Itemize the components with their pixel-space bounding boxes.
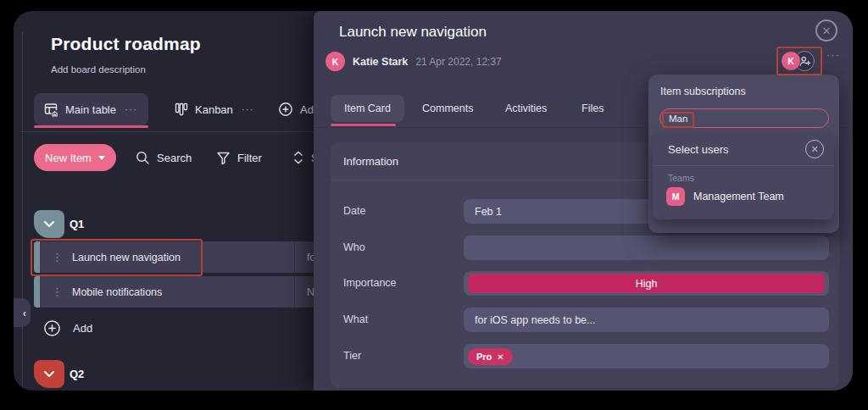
- new-item-button[interactable]: New Item: [34, 144, 116, 171]
- information-section-title: Information: [343, 155, 398, 168]
- search-icon: [136, 151, 150, 165]
- item-name[interactable]: Mobile notifications: [72, 286, 294, 298]
- item-detail-panel: Launch new navigation K Katie Stark 21 A…: [314, 11, 853, 391]
- left-rail-divider: [22, 32, 23, 386]
- tab-activities[interactable]: Activities: [492, 95, 560, 122]
- plus-circle-icon: [278, 102, 293, 117]
- active-tab-underline: [331, 124, 396, 126]
- group-color-strip: [34, 241, 40, 273]
- tabs-divider: [20, 131, 314, 132]
- team-name: Management Team: [693, 191, 784, 202]
- field-label: Who: [343, 241, 365, 253]
- filter-icon: [216, 151, 231, 165]
- tab-label: Files: [581, 102, 604, 114]
- drag-handle-icon[interactable]: ⋮: [52, 285, 60, 298]
- kanban-icon: [175, 102, 188, 116]
- avatar[interactable]: K: [326, 52, 345, 71]
- created-timestamp: 21 Apr 2022, 12:37: [415, 56, 501, 68]
- column-divider: [294, 241, 295, 273]
- drag-handle-icon[interactable]: ⋮: [52, 251, 60, 263]
- select-users-subpanel: Select users ✕ Teams M Management Team: [653, 134, 834, 219]
- subscriptions-search-input[interactable]: [659, 108, 829, 128]
- dropdown-title: Item subscriptions: [660, 86, 746, 97]
- close-icon: ✕: [822, 25, 832, 37]
- collapse-sidebar-button[interactable]: ‹: [14, 298, 31, 327]
- filter-label: Filter: [237, 152, 262, 164]
- add-item-button[interactable]: Add: [43, 319, 92, 337]
- app-window: Product roadmap Add board description Ma…: [14, 11, 853, 391]
- field-row-tier: Tier Pro ✕: [331, 344, 839, 368]
- teams-group-label: Teams: [668, 173, 694, 183]
- field-label: What: [343, 313, 368, 325]
- chevron-down-icon[interactable]: [98, 156, 105, 160]
- view-tab-menu-icon[interactable]: ···: [242, 103, 254, 115]
- group-q1-collapse-button[interactable]: [34, 210, 64, 238]
- view-tab-kanban[interactable]: Kanban ···: [164, 93, 264, 125]
- field-row-what: What for iOS app needs to be...: [331, 308, 839, 332]
- group-q1-name[interactable]: Q1: [70, 218, 84, 230]
- item-subscriptions-dropdown: Item subscriptions Select users ✕ Teams …: [648, 75, 839, 233]
- search-button[interactable]: Search: [136, 147, 192, 169]
- view-tab-label: Main table: [65, 103, 116, 116]
- select-users-header: Select users: [668, 143, 729, 156]
- item-row-mobile-notifications[interactable]: ⋮ Mobile notifications Noti: [34, 276, 331, 308]
- item-name[interactable]: Launch new navigation: [72, 252, 294, 263]
- item-title: Launch new navigation: [339, 24, 487, 41]
- view-tab-label: Kanban: [195, 103, 233, 116]
- remove-tag-icon[interactable]: ✕: [497, 352, 504, 362]
- close-icon: ✕: [810, 144, 818, 155]
- table-icon: [44, 102, 58, 117]
- item-row-launch-new-navigation[interactable]: ⋮ Launch new navigation for i: [34, 241, 331, 273]
- tab-label: Comments: [422, 102, 473, 114]
- author-name: Katie Stark: [353, 56, 408, 68]
- what-value: for iOS app needs to be...: [475, 314, 595, 326]
- field-label: Importance: [343, 277, 397, 289]
- new-item-label: New Item: [45, 152, 92, 164]
- importance-status-high[interactable]: High: [468, 274, 825, 293]
- subscribers-group[interactable]: K: [781, 50, 818, 72]
- active-view-underline: [34, 125, 148, 128]
- board-title: Product roadmap: [51, 34, 201, 54]
- status-label: High: [636, 278, 658, 290]
- board-description[interactable]: Add board description: [51, 64, 146, 75]
- subpanel-divider: [653, 165, 834, 166]
- tab-label: Activities: [505, 102, 547, 114]
- tab-comments[interactable]: Comments: [409, 95, 487, 122]
- field-label: Date: [343, 205, 365, 217]
- group-q2-name[interactable]: Q2: [70, 368, 84, 380]
- view-tab-main-table[interactable]: Main table ···: [34, 93, 148, 125]
- search-label: Search: [157, 152, 192, 164]
- team-option-management[interactable]: M Management Team: [666, 187, 784, 206]
- what-field[interactable]: for iOS app needs to be...: [464, 308, 829, 332]
- add-item-label: Add: [73, 322, 92, 335]
- chevron-down-icon: [43, 220, 55, 228]
- tab-files[interactable]: Files: [568, 95, 617, 122]
- column-divider: [294, 276, 295, 308]
- tab-label: Item Card: [344, 102, 391, 114]
- close-panel-button[interactable]: ✕: [815, 19, 837, 42]
- group-q2-collapse-button[interactable]: [34, 360, 64, 388]
- screenshot-stage: Product roadmap Add board description Ma…: [0, 0, 868, 410]
- view-tab-menu-icon[interactable]: ···: [125, 103, 137, 115]
- item-author: K Katie Stark 21 Apr 2022, 12:37: [326, 52, 502, 71]
- tab-item-card[interactable]: Item Card: [331, 95, 404, 122]
- field-label: Tier: [343, 350, 361, 362]
- filter-button[interactable]: Filter: [216, 147, 262, 169]
- sort-icon: [292, 150, 304, 165]
- field-row-importance: Importance High: [331, 271, 839, 296]
- chevron-left-icon: ‹: [23, 307, 26, 319]
- tier-field[interactable]: [464, 344, 829, 368]
- date-value: Feb 1: [475, 206, 502, 218]
- team-avatar: M: [666, 187, 685, 206]
- who-field[interactable]: [464, 235, 829, 260]
- tier-tag-pro[interactable]: Pro ✕: [468, 348, 513, 365]
- group-color-strip: [34, 276, 40, 308]
- tag-label: Pro: [476, 352, 492, 362]
- subscriber-avatar[interactable]: K: [781, 51, 801, 71]
- clear-selection-button[interactable]: ✕: [805, 140, 824, 158]
- panel-menu-icon[interactable]: ···: [826, 48, 840, 61]
- chevron-down-icon: [43, 370, 55, 378]
- plus-circle-icon: [43, 319, 61, 337]
- field-row-who: Who: [331, 235, 839, 260]
